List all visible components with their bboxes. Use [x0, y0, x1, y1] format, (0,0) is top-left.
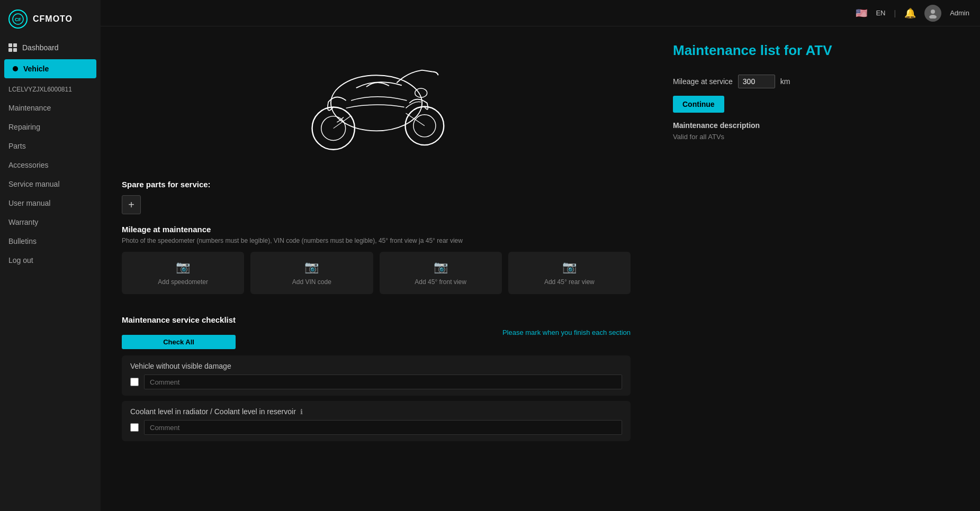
content-area: Spare parts for service: + Mileage at ma…	[101, 26, 980, 468]
checklist-item-no-damage: Vehicle without visible damage	[122, 355, 631, 396]
info-icon-coolant[interactable]: ℹ	[300, 408, 303, 416]
mileage-label: Mileage at service	[673, 77, 733, 86]
photo-upload-front-view[interactable]: 📷 Add 45° front view	[380, 252, 502, 294]
svg-text:CF: CF	[15, 17, 21, 22]
svg-point-2	[931, 10, 935, 14]
mileage-row: Mileage at service km	[673, 75, 959, 88]
logo-area: CF CFMOTO	[0, 0, 101, 38]
sidebar-item-user-manual[interactable]: User manual	[0, 194, 101, 213]
sidebar-item-vehicle[interactable]: Vehicle	[4, 59, 96, 78]
mileage-unit: km	[780, 77, 790, 86]
main-content: Spare parts for service: + Mileage at ma…	[101, 0, 980, 511]
atv-image	[292, 42, 461, 159]
photo-upload-vin[interactable]: 📷 Add VIN code	[250, 252, 373, 294]
mileage-input[interactable]	[738, 75, 775, 88]
checklist-section: Maintenance service checklist Check All …	[111, 305, 641, 457]
language-selector[interactable]: EN	[876, 9, 885, 17]
admin-label: Admin	[950, 9, 969, 17]
comment-coolant[interactable]	[144, 420, 622, 435]
spare-parts-title: Spare parts for service:	[122, 180, 631, 189]
sidebar-item-dashboard[interactable]: Dashboard	[0, 38, 101, 57]
maintenance-title: Maintenance list for ATV	[673, 42, 959, 59]
checklist-row-coolant	[130, 420, 622, 435]
mileage-maintenance-section: Mileage at maintenance Photo of the spee…	[111, 214, 641, 305]
photo-label-speedometer: Add speedometer	[158, 278, 208, 286]
maintenance-description-text: Valid for all ATVs	[673, 133, 959, 141]
camera-icon-rear: 📷	[562, 260, 577, 274]
sidebar-item-maintenance[interactable]: Maintenance	[0, 98, 101, 117]
photo-upload-rear-view[interactable]: 📷 Add 45° rear view	[508, 252, 631, 294]
photo-label-vin: Add VIN code	[292, 278, 331, 286]
svg-point-5	[405, 106, 444, 145]
vehicle-label: Vehicle	[23, 65, 49, 73]
left-panel: Spare parts for service: + Mileage at ma…	[101, 26, 652, 468]
checklist-item-title-no-damage: Vehicle without visible damage	[130, 362, 622, 370]
camera-icon-vin: 📷	[304, 260, 319, 274]
camera-icon-front: 📷	[434, 260, 448, 274]
photo-label-rear: Add 45° rear view	[544, 278, 595, 286]
checklist-row-no-damage	[130, 375, 622, 389]
vehicle-dot-icon	[13, 66, 18, 71]
add-spare-part-button[interactable]: +	[122, 195, 141, 214]
sidebar-item-logout[interactable]: Log out	[0, 251, 101, 270]
svg-line-10	[333, 116, 350, 129]
comment-no-damage[interactable]	[144, 375, 622, 389]
checkbox-coolant[interactable]	[130, 423, 139, 432]
mileage-maintenance-desc: Photo of the speedometer (numbers must b…	[122, 237, 631, 244]
topbar: 🇺🇸 EN | 🔔 Admin	[101, 0, 980, 26]
checklist-header: Maintenance service checklist Check All …	[122, 315, 631, 349]
vin-number: LCELVYZJXL6000811	[0, 80, 101, 98]
checklist-item-title-coolant: Coolant level in radiator / Coolant leve…	[130, 407, 622, 416]
photo-label-front: Add 45° front view	[415, 278, 466, 286]
topbar-divider: |	[894, 9, 896, 17]
right-panel: Maintenance list for ATV Mileage at serv…	[652, 26, 980, 468]
svg-point-4	[330, 75, 421, 131]
sidebar-item-bulletins[interactable]: Bulletins	[0, 232, 101, 251]
checkbox-no-damage[interactable]	[130, 378, 139, 386]
avatar[interactable]	[924, 5, 941, 22]
dashboard-grid-icon	[8, 43, 17, 52]
check-all-button[interactable]: Check All	[122, 335, 236, 349]
please-mark-text: Please mark when you finish each section	[502, 328, 631, 336]
checklist-item-coolant: Coolant level in radiator / Coolant leve…	[122, 401, 631, 441]
logo-text: CFMOTO	[33, 14, 73, 24]
sidebar-item-repairing[interactable]: Repairing	[0, 117, 101, 136]
photo-upload-grid: 📷 Add speedometer 📷 Add VIN code 📷 Add 4…	[122, 252, 631, 294]
logo-icon: CF	[8, 10, 28, 29]
dashboard-label: Dashboard	[22, 43, 59, 52]
svg-point-3	[929, 15, 937, 19]
sidebar-item-parts[interactable]: Parts	[0, 136, 101, 156]
sidebar-item-accessories[interactable]: Accessories	[0, 156, 101, 175]
atv-image-area	[111, 37, 641, 169]
photo-upload-speedometer[interactable]: 📷 Add speedometer	[122, 252, 244, 294]
sidebar: CF CFMOTO Dashboard Vehicle LCELVYZJXL60…	[0, 0, 101, 511]
notification-bell-icon[interactable]: 🔔	[904, 7, 916, 19]
spare-parts-section: Spare parts for service: +	[111, 169, 641, 214]
continue-button[interactable]: Continue	[673, 96, 724, 113]
sidebar-item-warranty[interactable]: Warranty	[0, 213, 101, 232]
camera-icon-speedometer: 📷	[176, 260, 190, 274]
checklist-title: Maintenance service checklist	[122, 315, 236, 324]
flag-icon: 🇺🇸	[856, 7, 867, 19]
maintenance-description-title: Maintenance description	[673, 121, 959, 130]
mileage-maintenance-title: Mileage at maintenance	[122, 225, 631, 234]
sidebar-item-service-manual[interactable]: Service manual	[0, 175, 101, 194]
